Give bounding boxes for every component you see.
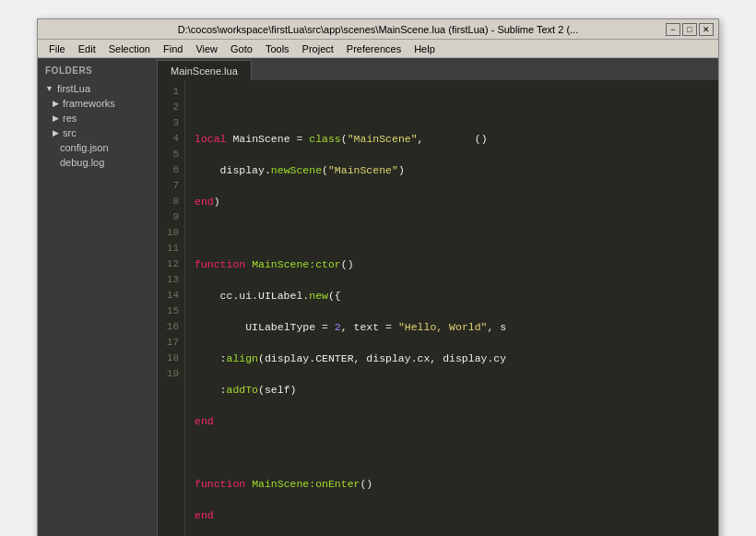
code-line-3: display.newScene("MainScene") [195, 162, 709, 178]
code-line-4: end) [195, 194, 709, 209]
menu-project[interactable]: Project [296, 42, 340, 55]
sidebar-item-src[interactable]: ▶ src [38, 125, 157, 140]
menu-selection[interactable]: Selection [102, 42, 157, 55]
window-title: D:\cocos\workspace\firstLua\src\app\scen… [90, 24, 666, 35]
file-name: debug.log [60, 157, 104, 168]
expand-arrow-icon: ▼ [45, 84, 53, 93]
menu-find[interactable]: Find [157, 42, 189, 55]
code-line-8: UILabelType = 2, text = "Hello, World", … [195, 319, 709, 335]
menu-tools[interactable]: Tools [259, 42, 296, 55]
menu-file[interactable]: File [42, 42, 72, 55]
folder-name: frameworks [63, 98, 115, 109]
window-wrapper: D:\cocos\workspace\firstLua\src\app\scen… [37, 18, 719, 536]
code-line-9: :align(display.CENTER, display.cx, displ… [195, 351, 709, 366]
code-line-14: end [195, 507, 709, 523]
window-controls: − □ ✕ [666, 23, 714, 36]
editor-area: FOLDERS ▼ firstLua ▶ frameworks ▶ res ▶ [38, 58, 718, 536]
menu-edit[interactable]: Edit [72, 42, 102, 55]
menu-help[interactable]: Help [408, 42, 442, 55]
tab-bar: MainScene.lua [158, 58, 718, 80]
collapse-arrow-icon: ▶ [53, 128, 59, 137]
sidebar-item-firstlua[interactable]: ▼ firstLua [38, 81, 157, 96]
folder-name: src [63, 127, 77, 138]
code-editor[interactable]: MainScene.lua 1 2 3 4 5 6 7 8 9 [158, 58, 718, 536]
minimize-button[interactable]: − [666, 23, 680, 36]
code-line-1 [195, 100, 709, 115]
folders-header: FOLDERS [38, 63, 157, 81]
code-line-13: function MainScene:onEnter() [195, 476, 709, 492]
file-name: config.json [60, 142, 109, 153]
code-lines[interactable]: local MainScene = class("MainScene", () … [185, 80, 718, 536]
code-line-6: function MainScene:ctor() [195, 256, 709, 272]
menu-bar: File Edit Selection Find View Goto Tools… [38, 40, 718, 58]
content-area: FOLDERS ▼ firstLua ▶ frameworks ▶ res ▶ [38, 58, 718, 536]
sidebar-item-res[interactable]: ▶ res [38, 111, 157, 125]
sidebar-item-config[interactable]: config.json [38, 140, 157, 155]
code-line-11: end [195, 413, 709, 429]
line-numbers: 1 2 3 4 5 6 7 8 9 10 11 12 13 [158, 80, 185, 536]
collapse-arrow-icon: ▶ [53, 99, 59, 108]
code-line-12 [195, 445, 709, 460]
code-line-10: :addTo(self) [195, 382, 709, 398]
code-line-2: local MainScene = class("MainScene", () [195, 131, 709, 147]
sidebar-item-debug[interactable]: debug.log [38, 155, 157, 170]
menu-preferences[interactable]: Preferences [340, 42, 408, 55]
code-line-5 [195, 225, 709, 241]
menu-view[interactable]: View [189, 42, 224, 55]
tab-mainscene[interactable]: MainScene.lua [158, 60, 252, 80]
menu-goto[interactable]: Goto [224, 42, 259, 55]
code-content[interactable]: 1 2 3 4 5 6 7 8 9 10 11 12 13 [158, 80, 718, 536]
close-button[interactable]: ✕ [699, 23, 714, 36]
maximize-button[interactable]: □ [682, 23, 697, 36]
sidebar: FOLDERS ▼ firstLua ▶ frameworks ▶ res ▶ [38, 58, 158, 536]
folder-name: firstLua [57, 83, 90, 94]
sidebar-item-frameworks[interactable]: ▶ frameworks [38, 96, 157, 111]
collapse-arrow-icon: ▶ [53, 113, 59, 123]
title-bar: D:\cocos\workspace\firstLua\src\app\scen… [38, 19, 718, 40]
code-line-7: cc.ui.UILabel.new({ [195, 288, 709, 304]
folder-name: res [63, 113, 77, 124]
sublime-text-window: D:\cocos\workspace\firstLua\src\app\scen… [37, 18, 719, 536]
